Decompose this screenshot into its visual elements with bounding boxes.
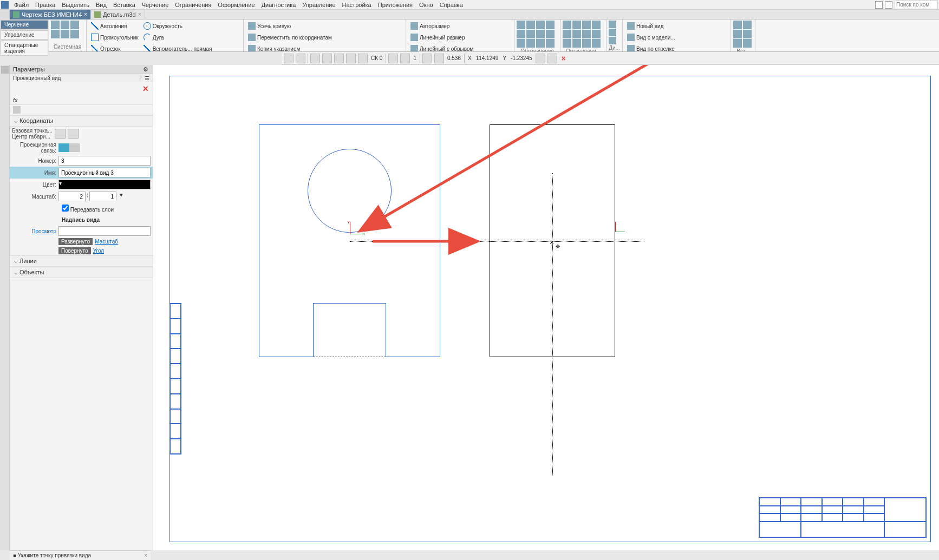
circle-button[interactable]: Окружность [141, 21, 214, 31]
close-panel-icon[interactable]: × [142, 83, 148, 94]
open-icon[interactable] [61, 21, 69, 29]
new-icon[interactable] [51, 21, 60, 29]
diag-icon[interactable] [609, 37, 616, 44]
search-input[interactable] [895, 1, 938, 9]
drawing-canvas[interactable]: Y X × ✥ [153, 65, 939, 550]
menu-annotate[interactable]: Оформление [214, 2, 258, 8]
pick-point-icon[interactable] [55, 129, 66, 139]
designation-icon[interactable] [546, 21, 555, 29]
grid-icon[interactable] [346, 54, 356, 63]
segment-button[interactable]: Отрезок [89, 43, 141, 52]
menu-addins[interactable]: Приложения [375, 2, 416, 8]
designation-icon[interactable] [536, 30, 545, 38]
menu-help[interactable]: Справка [436, 2, 466, 8]
aux-line-button[interactable]: Вспомогатель... прямая [141, 43, 214, 52]
view-from-model-button[interactable]: Вид с модели... [625, 32, 677, 43]
insert-icon[interactable] [733, 30, 742, 38]
designation-icon[interactable] [526, 21, 535, 29]
zoom-value[interactable]: 0.536 [446, 55, 462, 61]
diag-icon[interactable] [609, 29, 616, 36]
designation-icon[interactable] [546, 30, 555, 38]
text-icon[interactable] [517, 30, 525, 38]
constraint-icon[interactable] [563, 30, 571, 38]
zoom-in-icon[interactable] [434, 54, 444, 63]
bbox-icon[interactable] [68, 129, 79, 139]
status-close-icon[interactable]: × [144, 552, 147, 558]
menu-view[interactable]: Вид [93, 2, 110, 8]
fx-icon[interactable]: fx [13, 97, 18, 103]
mode-drawing[interactable]: Черчение [1, 20, 48, 29]
insert-icon[interactable] [743, 30, 752, 38]
menu-constraints[interactable]: Ограничения [172, 2, 214, 8]
designation-icon[interactable] [517, 21, 525, 29]
menu-insert[interactable]: Вставка [110, 2, 139, 8]
cs-icon[interactable] [358, 54, 368, 63]
caption-input[interactable] [58, 226, 151, 236]
designation-icon[interactable] [526, 39, 535, 48]
constraint-icon[interactable] [572, 21, 581, 29]
proj-link-toggle[interactable] [58, 143, 80, 152]
menu-edit[interactable]: Правка [32, 2, 58, 8]
menu-settings[interactable]: Настройка [339, 2, 375, 8]
mode-manage[interactable]: Управление [1, 30, 48, 39]
view-scale[interactable]: 1 [412, 55, 418, 61]
tab-list-icon[interactable] [0, 10, 10, 19]
window-layout-icon[interactable] [875, 1, 883, 9]
scale-a-input[interactable] [58, 192, 86, 201]
scale-b-input[interactable] [89, 192, 116, 201]
number-input[interactable] [58, 156, 151, 166]
section-lines[interactable]: Линии [10, 255, 153, 267]
constraint-icon[interactable] [592, 21, 601, 29]
menu-select[interactable]: Выделить [58, 2, 93, 8]
paste-icon[interactable] [70, 30, 79, 38]
constraint-icon[interactable] [592, 39, 601, 48]
menu-drawing[interactable]: Черчение [139, 2, 172, 8]
constraint-icon[interactable] [572, 39, 581, 48]
angle-link[interactable]: Угол [93, 248, 105, 254]
designation-icon[interactable] [517, 39, 525, 48]
cursor-icon[interactable] [310, 54, 320, 63]
insert-icon[interactable] [743, 21, 752, 29]
linear-break-dim-button[interactable]: Линейный с обрывом [408, 43, 475, 52]
view-nav-icon[interactable] [400, 54, 410, 63]
close-icon[interactable]: × [84, 11, 87, 17]
name-input[interactable] [58, 168, 151, 177]
menu-file[interactable]: Файл [11, 2, 32, 8]
designation-icon[interactable] [536, 39, 545, 48]
linear-dim-button[interactable]: Линейный размер [408, 32, 475, 43]
constraint-icon[interactable] [582, 30, 591, 38]
pen-icon[interactable] [296, 54, 305, 63]
scale-link[interactable]: Масштаб [95, 239, 118, 245]
insert-icon[interactable] [733, 21, 742, 29]
color-select[interactable]: ▾ [58, 180, 151, 189]
help-icon[interactable]: ❔ [136, 75, 143, 81]
list-icon[interactable]: ☰ [145, 75, 149, 81]
pass-layers-checkbox[interactable]: Передавать слои [62, 207, 114, 213]
gear-icon[interactable]: ⚙ [143, 66, 149, 73]
copy-icon[interactable] [61, 30, 69, 38]
designation-icon[interactable] [546, 39, 555, 48]
menu-manage[interactable]: Управление [299, 2, 338, 8]
constraint-icon[interactable] [582, 39, 591, 48]
copy-by-point-button[interactable]: Копия указанием [246, 43, 334, 52]
rectangle-button[interactable]: Прямоугольник [89, 32, 141, 43]
window-grid-icon[interactable] [885, 1, 892, 9]
title-block[interactable] [759, 497, 927, 538]
auto-dim-button[interactable]: Авторазмер [408, 21, 475, 31]
section-objects[interactable]: Объекты [10, 267, 153, 278]
new-view-button[interactable]: Новый вид [625, 21, 677, 31]
autoline-button[interactable]: Автолиния [89, 21, 141, 31]
snap-icon[interactable] [322, 54, 332, 63]
trim-button[interactable]: Усечь кривую [246, 21, 334, 31]
doc-tab-part[interactable]: Деталь.m3d × [91, 10, 145, 19]
print-icon[interactable] [51, 30, 60, 38]
tool-icon[interactable] [547, 54, 557, 63]
zoom-out-icon[interactable] [422, 54, 432, 63]
doc-tab-drawing[interactable]: Чертеж БЕЗ ИМЕНИ4 × [10, 10, 91, 19]
arrow-view-button[interactable]: Вид по стрелке [625, 43, 677, 52]
measure-icon[interactable] [536, 54, 545, 63]
mode-std-parts[interactable]: Стандартные изделия [1, 41, 48, 56]
ortho-icon[interactable] [334, 54, 344, 63]
diag-icon[interactable] [609, 21, 616, 28]
menu-diagnostics[interactable]: Диагностика [258, 2, 299, 8]
